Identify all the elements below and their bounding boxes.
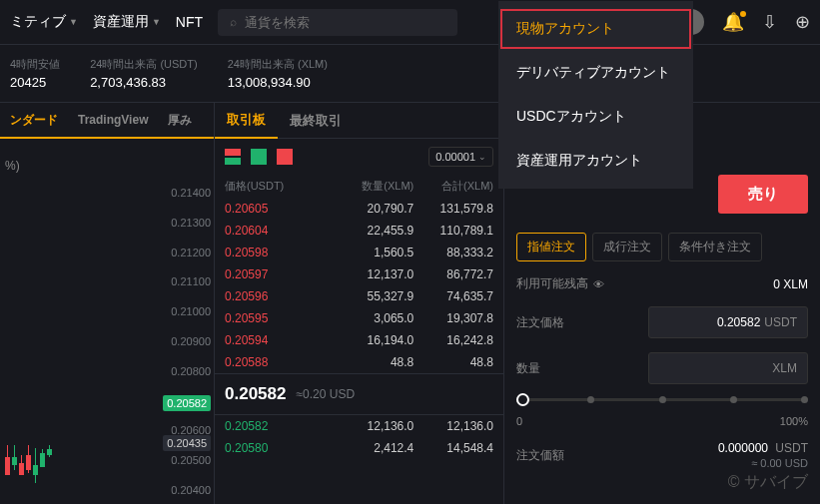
stats-bar: 4時間安値20425 24時間出来高 (USDT)2,703,436.83 24… (0, 45, 820, 103)
orderbook-row[interactable]: 0.2059416,194.016,242.8 (215, 329, 503, 351)
low-price-tag: 0.20435 (163, 435, 211, 451)
stat-24h-vol-usdt: 24時間出来高 (USDT)2,703,436.83 (90, 57, 198, 90)
watermark: © サバイブ (728, 472, 808, 493)
dropdown-asset-mgmt-account[interactable]: 資産運用アカウント (498, 139, 693, 183)
filter-buy-icon[interactable] (251, 149, 267, 165)
svg-rect-3 (277, 149, 293, 165)
current-price-tag: 0.20582 (163, 395, 211, 411)
y-tick: 0.21400 (171, 187, 211, 199)
orderbook-row[interactable]: 0.2058212,136.012,136.0 (215, 415, 503, 437)
y-tick: 0.21100 (171, 275, 211, 287)
y-tick: 0.20900 (171, 335, 211, 347)
sell-button[interactable]: 売り (718, 175, 808, 214)
dropdown-usdc-account[interactable]: USDCアカウント (498, 95, 693, 139)
svg-rect-0 (225, 149, 241, 156)
current-price-row: 0.20582 ≈0.20 USD (215, 373, 503, 415)
notification-icon[interactable]: 🔔 (722, 11, 744, 33)
qty-label: 数量 (516, 360, 540, 377)
qty-slider[interactable] (516, 398, 808, 401)
orderbook-row[interactable]: 0.2059655,327.974,635.7 (215, 285, 503, 307)
pct-label: %) (0, 139, 214, 178)
y-tick: 0.21200 (171, 247, 211, 258)
orderbook-row[interactable]: 0.2058848.848.8 (215, 351, 503, 373)
stat-24h-vol-xlm: 24時間出来高 (XLM)13,008,934.90 (228, 57, 328, 90)
tab-depth[interactable]: 厚み (158, 104, 202, 137)
chart-area[interactable]: 0.214000.213000.212000.211000.210000.209… (0, 178, 214, 504)
y-tick: 0.21300 (171, 217, 211, 229)
price-input[interactable]: 0.20582USDT (648, 306, 808, 338)
price-label: 注文価格 (516, 314, 564, 331)
svg-rect-2 (251, 149, 267, 165)
nav-nft[interactable]: NFT (176, 14, 203, 30)
tab-market[interactable]: 成行注文 (592, 233, 662, 261)
candles (5, 449, 52, 475)
stat-24h-low: 4時間安値20425 (10, 57, 60, 90)
tab-conditional[interactable]: 条件付き注文 (668, 233, 762, 261)
y-tick: 0.20800 (171, 365, 211, 377)
nav-derivatives[interactable]: ミティブ▼ (10, 13, 78, 31)
orderbook-row[interactable]: 0.205953,065.019,307.8 (215, 307, 503, 329)
precision-select[interactable]: 0.00001⌄ (428, 147, 493, 167)
order-panel: 現物アカウント デリバティブアカウント USDCアカウント 資産運用アカウント … (504, 103, 820, 504)
tab-trades[interactable]: 最終取引 (278, 104, 354, 138)
filter-both-icon[interactable] (225, 149, 241, 165)
filter-sell-icon[interactable] (277, 149, 293, 165)
assets-dropdown: 現物アカウント デリバティブアカウント USDCアカウント 資産運用アカウント (498, 1, 693, 189)
orderbook-panel: 取引板 最終取引 0.00001⌄ 価格(USDT) 数量(XLM) 合計(XL… (215, 103, 504, 504)
y-tick: 0.21000 (171, 305, 211, 317)
total-value: 0.000000 USDT (718, 441, 808, 455)
header-price: 価格(USDT) (225, 179, 315, 194)
dropdown-derivatives-account[interactable]: デリバティブアカウント (498, 51, 693, 95)
globe-icon[interactable]: ⊕ (795, 11, 810, 33)
orderbook-row[interactable]: 0.205802,412.414,548.4 (215, 437, 503, 459)
available-value: 0 XLM (773, 277, 808, 291)
orderbook-row[interactable]: 0.2059712,137.086,772.7 (215, 263, 503, 285)
available-label: 利用可能残高👁 (516, 275, 604, 292)
y-tick: 0.20400 (171, 484, 211, 496)
tab-tradingview[interactable]: TradingView (68, 105, 158, 135)
topbar: ミティブ▼ 資産運用▼ NFT ⌕ 資産▲ 注文▼ 🔔 ⇩ ⊕ (0, 0, 820, 45)
orderbook-row[interactable]: 0.2060520,790.7131,579.8 (215, 198, 503, 220)
dropdown-spot-account[interactable]: 現物アカウント (498, 7, 693, 51)
chart-tabs: ンダード TradingView 厚み (0, 103, 214, 139)
nav-asset-mgmt[interactable]: 資産運用▼ (93, 13, 161, 31)
search-container: ⌕ (218, 9, 457, 36)
download-icon[interactable]: ⇩ (762, 11, 777, 33)
qty-input[interactable]: XLM (648, 352, 808, 384)
total-label: 注文価額 (516, 447, 564, 464)
tab-orderbook[interactable]: 取引板 (215, 103, 278, 139)
svg-rect-1 (225, 158, 241, 165)
orderbook-row[interactable]: 0.205981,560.588,333.2 (215, 242, 503, 263)
tab-standard[interactable]: ンダード (0, 104, 68, 137)
eye-icon[interactable]: 👁 (593, 278, 604, 290)
header-total: 合計(XLM) (413, 179, 493, 194)
orderbook-row[interactable]: 0.2060422,455.9110,789.1 (215, 220, 503, 242)
tab-limit[interactable]: 指値注文 (516, 233, 586, 261)
search-input[interactable] (245, 15, 445, 30)
search-icon: ⌕ (230, 15, 237, 29)
chart-panel: ンダード TradingView 厚み %) 0.214000.213000.2… (0, 103, 215, 504)
header-amount: 数量(XLM) (315, 179, 414, 194)
y-tick: 0.20500 (171, 454, 211, 466)
